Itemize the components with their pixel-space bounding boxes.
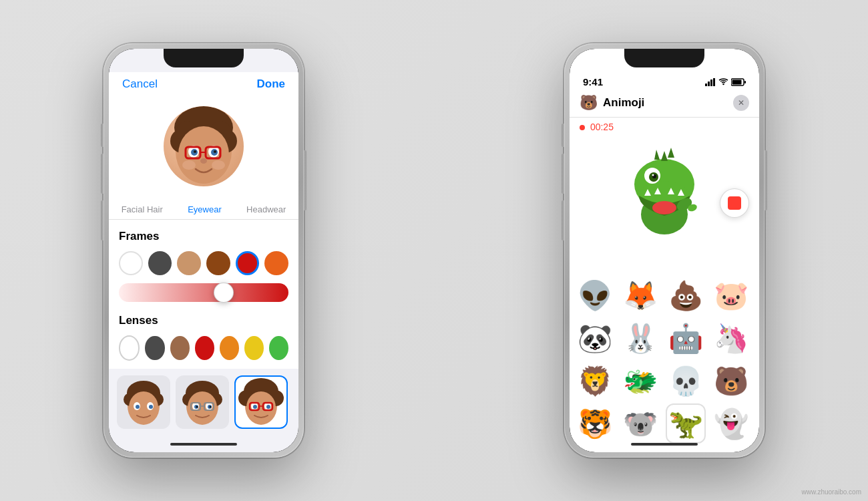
tab-eyewear[interactable]: Eyewear bbox=[182, 203, 227, 216]
svg-rect-59 bbox=[732, 79, 742, 84]
animoji-header-icon: 🐻 bbox=[580, 94, 598, 112]
timer-dot bbox=[580, 125, 585, 130]
cancel-button[interactable]: Cancel bbox=[122, 77, 158, 91]
animoji-t-rex[interactable]: 🦖 bbox=[666, 403, 706, 444]
lens-color-red[interactable] bbox=[195, 336, 214, 360]
animoji-koala[interactable]: 🐨 bbox=[620, 403, 660, 444]
frame-color-red[interactable] bbox=[236, 251, 260, 275]
svg-point-16 bbox=[200, 158, 207, 164]
svg-rect-54 bbox=[705, 84, 707, 86]
status-bar: 9:41 bbox=[570, 72, 759, 89]
animoji-title-group: 🐻 Animoji bbox=[580, 94, 644, 112]
phone-screen-left: Cancel Done bbox=[109, 49, 298, 452]
frame-color-orange[interactable] bbox=[264, 251, 288, 275]
status-icons bbox=[705, 78, 746, 86]
frames-slider-thumb[interactable] bbox=[214, 283, 234, 303]
animoji-unicorn[interactable]: 🦄 bbox=[711, 318, 751, 358]
frames-label: Frames bbox=[119, 230, 288, 243]
memoji-avatar bbox=[164, 106, 244, 186]
preview-style-3[interactable] bbox=[234, 375, 288, 429]
tab-facial-hair[interactable]: Facial Hair bbox=[116, 203, 168, 216]
done-button[interactable]: Done bbox=[257, 77, 286, 91]
svg-point-23 bbox=[129, 391, 158, 424]
svg-point-68 bbox=[652, 174, 654, 176]
svg-rect-57 bbox=[713, 78, 715, 86]
signal-icon bbox=[705, 78, 716, 86]
scene: Cancel Done bbox=[0, 0, 868, 501]
frame-color-brown[interactable] bbox=[206, 251, 230, 275]
svg-point-32 bbox=[188, 391, 217, 424]
close-button[interactable]: ✕ bbox=[733, 95, 749, 111]
preview-style-2[interactable] bbox=[176, 375, 229, 429]
svg-point-50 bbox=[266, 405, 270, 409]
timer-value: 00:25 bbox=[590, 122, 614, 132]
animoji-ghost[interactable]: 👻 bbox=[711, 403, 751, 444]
style-previews bbox=[109, 369, 298, 436]
animoji-tiger[interactable]: 🐯 bbox=[575, 403, 615, 444]
preview-style-1[interactable] bbox=[117, 375, 170, 429]
memoji-editor-content: Cancel Done bbox=[109, 49, 298, 452]
timer-display: 00:25 bbox=[570, 118, 759, 136]
nav-bar: Cancel Done bbox=[109, 72, 298, 96]
frames-color-row bbox=[119, 251, 288, 275]
frame-color-white[interactable] bbox=[119, 251, 143, 275]
svg-rect-55 bbox=[708, 81, 710, 86]
animoji-skull[interactable]: 💀 bbox=[666, 361, 706, 401]
svg-point-64 bbox=[652, 201, 676, 214]
svg-point-46 bbox=[246, 391, 276, 424]
phone-inner-right: 9:41 bbox=[570, 49, 759, 452]
animoji-header: 🐻 Animoji ✕ bbox=[570, 89, 759, 118]
animoji-panda[interactable]: 🐼 bbox=[575, 318, 615, 358]
phone-screen-right: 9:41 bbox=[570, 49, 759, 452]
svg-marker-71 bbox=[654, 150, 660, 160]
animoji-alien[interactable]: 👽 bbox=[575, 275, 615, 315]
frames-slider-track bbox=[119, 283, 288, 302]
volume-down-button-right bbox=[562, 200, 564, 240]
svg-marker-70 bbox=[668, 148, 674, 158]
lens-color-green[interactable] bbox=[269, 336, 288, 360]
record-button[interactable] bbox=[720, 188, 749, 218]
lenses-label: Lenses bbox=[119, 314, 288, 327]
svg-point-38 bbox=[210, 406, 212, 408]
battery-icon bbox=[731, 78, 746, 86]
animoji-pig[interactable]: 🐷 bbox=[711, 275, 751, 315]
editor-content: Frames bbox=[109, 220, 298, 379]
frames-slider-container bbox=[119, 283, 288, 302]
home-indicator-right bbox=[631, 443, 698, 446]
phone-inner-left: Cancel Done bbox=[109, 49, 298, 452]
notch-left bbox=[164, 49, 244, 67]
tab-headwear[interactable]: Headwear bbox=[241, 203, 291, 216]
animoji-poop[interactable]: 💩 bbox=[666, 275, 706, 315]
dino-stage bbox=[570, 136, 759, 270]
animoji-fox[interactable]: 🦊 bbox=[620, 275, 660, 315]
power-button-right bbox=[765, 150, 767, 210]
svg-point-49 bbox=[253, 405, 257, 409]
phone-memoji-editor: Cancel Done bbox=[103, 43, 304, 458]
mute-button-right bbox=[562, 124, 564, 147]
svg-point-27 bbox=[149, 405, 153, 409]
svg-point-12 bbox=[214, 150, 216, 153]
svg-point-37 bbox=[196, 406, 198, 408]
animoji-lion[interactable]: 🦁 bbox=[575, 361, 615, 401]
svg-point-26 bbox=[136, 405, 140, 409]
animoji-dragon[interactable]: 🐲 bbox=[620, 361, 660, 401]
tab-bar: Facial Hair Eyewear Headwear bbox=[109, 196, 298, 220]
animoji-robot[interactable]: 🤖 bbox=[666, 318, 706, 358]
lens-color-orange[interactable] bbox=[220, 336, 239, 360]
volume-up-button-right bbox=[562, 154, 564, 194]
mute-button bbox=[101, 124, 103, 147]
volume-up-button bbox=[101, 154, 103, 194]
animoji-grid: 👽 🦊 💩 🐷 🐼 🐰 🤖 🦄 🦁 🐲 💀 🐻 🐯 🐨 bbox=[570, 270, 759, 449]
lens-color-brown[interactable] bbox=[170, 336, 190, 360]
frame-color-tan[interactable] bbox=[177, 251, 201, 275]
svg-point-11 bbox=[194, 150, 196, 153]
home-indicator-left bbox=[170, 443, 237, 446]
svg-rect-56 bbox=[710, 79, 712, 86]
frame-color-dark-gray[interactable] bbox=[148, 251, 172, 275]
lens-color-white[interactable] bbox=[119, 335, 140, 361]
avatar-section bbox=[109, 96, 298, 196]
lens-color-dark-gray[interactable] bbox=[145, 336, 164, 360]
animoji-rabbit[interactable]: 🐰 bbox=[620, 318, 660, 358]
animoji-bear[interactable]: 🐻 bbox=[711, 361, 751, 401]
lens-color-yellow[interactable] bbox=[244, 336, 264, 360]
